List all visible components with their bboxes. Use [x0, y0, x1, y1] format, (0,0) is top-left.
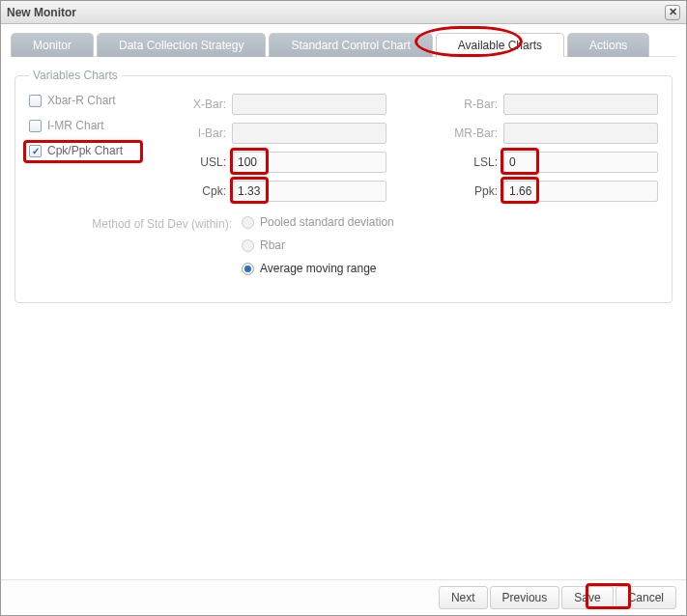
label-ppk: Ppk: — [445, 184, 503, 198]
tab-available-charts[interactable]: Available Charts — [436, 33, 564, 57]
input-lsl[interactable] — [503, 152, 658, 173]
previous-button[interactable]: Previous — [490, 586, 560, 609]
checkbox-label: Cpk/Ppk Chart — [47, 144, 123, 157]
radio-average-moving-range[interactable]: Average moving range — [242, 262, 658, 275]
label-rbar: R-Bar: — [445, 98, 503, 111]
radio-icon — [242, 239, 254, 252]
tab-actions[interactable]: Actions — [567, 33, 649, 57]
checkbox-icon — [29, 95, 42, 107]
input-xbar — [232, 94, 386, 115]
radio-pooled-std-dev[interactable]: Pooled standard deviation — [242, 215, 658, 229]
window-title: New Monitor — [7, 6, 76, 19]
label-lsl: LSL: — [445, 155, 503, 169]
label-mrbar: MR-Bar: — [445, 126, 503, 140]
input-rbar — [503, 94, 658, 115]
titlebar: New Monitor ✕ — [1, 1, 686, 24]
input-usl[interactable] — [232, 152, 386, 173]
save-button[interactable]: Save — [561, 586, 613, 609]
label-method-std-dev: Method of Std Dev (within): — [29, 215, 242, 231]
label-ibar: I-Bar: — [174, 126, 232, 140]
tab-monitor[interactable]: Monitor — [11, 33, 94, 57]
radio-group-method: Pooled standard deviation Rbar Average m… — [242, 215, 658, 285]
radio-icon — [242, 263, 254, 275]
radio-label: Average moving range — [260, 262, 377, 275]
checkbox-label: I-MR Chart — [47, 119, 104, 132]
checkbox-icon — [29, 120, 42, 132]
checkbox-imr-chart[interactable]: I-MR Chart — [29, 119, 174, 132]
radio-label: Rbar — [260, 238, 285, 252]
input-ppk[interactable] — [503, 181, 658, 202]
button-bar: Next Previous Save Cancel — [1, 579, 686, 615]
input-ibar — [232, 123, 386, 144]
cancel-button[interactable]: Cancel — [615, 586, 676, 609]
close-icon[interactable]: ✕ — [665, 5, 680, 20]
new-monitor-dialog: New Monitor ✕ Monitor Data Collection St… — [0, 0, 687, 616]
checkbox-label: Xbar-R Chart — [47, 94, 116, 107]
label-cpk: Cpk: — [174, 184, 232, 198]
radio-icon — [242, 216, 254, 229]
checkbox-cpk-ppk-chart[interactable]: Cpk/Ppk Chart — [29, 144, 174, 157]
input-mrbar — [503, 123, 658, 144]
input-cpk[interactable] — [232, 181, 386, 202]
fieldset-legend: Variables Charts — [29, 69, 122, 82]
label-usl: USL: — [174, 155, 232, 169]
variables-charts-fieldset: Variables Charts Xbar-R Chart I-MR Chart — [14, 69, 673, 303]
label-xbar: X-Bar: — [174, 98, 232, 111]
radio-rbar[interactable]: Rbar — [242, 238, 658, 252]
radio-label: Pooled standard deviation — [260, 215, 394, 229]
checkbox-xbarr-chart[interactable]: Xbar-R Chart — [29, 94, 174, 107]
tab-standard-control-chart[interactable]: Standard Control Chart — [269, 33, 432, 57]
checkbox-icon — [29, 145, 42, 157]
next-button[interactable]: Next — [439, 586, 488, 609]
tabstrip: Monitor Data Collection Strategy Standar… — [11, 32, 676, 57]
tab-data-collection-strategy[interactable]: Data Collection Strategy — [97, 33, 266, 57]
